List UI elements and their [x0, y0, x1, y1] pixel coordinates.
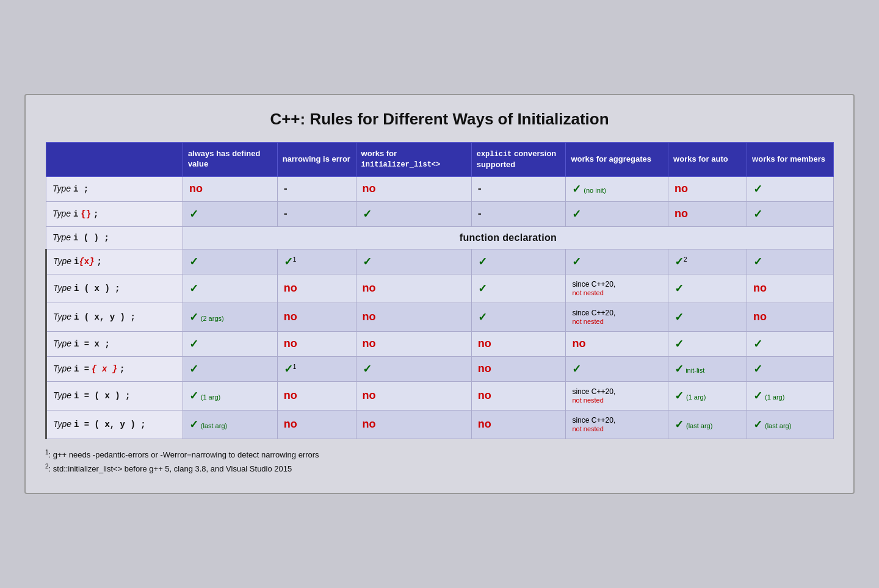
r6-c3: no	[356, 303, 471, 331]
row-type-i-braces: Type i {} ; ✓ - ✓ - ✓ no ✓	[46, 201, 834, 226]
row-copy-i-eq-paren-xy: Type i = ( x, y ) ; ✓ (last arg) no no n…	[46, 410, 834, 439]
r8-c6: ✓ init-list	[668, 356, 747, 381]
r9-c3: no	[356, 381, 471, 410]
syntax-direct-paren-x: Type i ( x ) ;	[46, 274, 183, 303]
row-direct-i-paren-x: Type i ( x ) ; ✓ no no ✓ since C++20,not…	[46, 274, 834, 303]
r4-c6: ✓2	[668, 249, 747, 274]
footnote1-line: 1: g++ needs -pedantic-errors or -Werror…	[45, 448, 834, 462]
header-col4: explicit conversion supported	[471, 143, 566, 176]
r1-c7: ✓	[747, 176, 834, 201]
syntax-copy-eq-paren-xy: Type i = ( x, y ) ;	[46, 410, 183, 439]
syntax-type-i-braces: Type i {} ;	[46, 201, 183, 226]
r5-c3: no	[356, 274, 471, 303]
r2-c5: ✓	[566, 201, 668, 226]
r8-c1: ✓	[183, 356, 277, 381]
r10-c2: no	[277, 410, 356, 439]
header-col0	[46, 143, 183, 176]
r7-c3: no	[356, 331, 471, 356]
r6-c1: ✓ (2 args)	[183, 303, 277, 331]
r6-c2: no	[277, 303, 356, 331]
row-type-i-semicolon: Type i ; no - no - ✓ (no init) no ✓	[46, 176, 834, 201]
r4-c5: ✓	[566, 249, 668, 274]
r7-c5: no	[566, 331, 668, 356]
row-copy-i-eq-x: Type i = x ; ✓ no no no no ✓ ✓	[46, 331, 834, 356]
r5-c6: ✓	[668, 274, 747, 303]
syntax-copy-eq-brace-x: Type i = { x } ;	[46, 356, 183, 381]
r1-c1: no	[183, 176, 277, 201]
header-col1: always has defined value	[183, 143, 277, 176]
func-decl-cell: function declaration	[183, 226, 833, 249]
r4-c4: ✓	[471, 249, 566, 274]
r4-c2: ✓1	[277, 249, 356, 274]
r2-c3: ✓	[356, 201, 471, 226]
row-direct-i-paren-xy: Type i ( x, y ) ; ✓ (2 args) no no ✓ sin…	[46, 303, 834, 331]
r8-c3: ✓	[356, 356, 471, 381]
syntax-direct-paren-xy: Type i ( x, y ) ;	[46, 303, 183, 331]
r4-c7: ✓	[747, 249, 834, 274]
syntax-type-i: Type i ;	[46, 176, 183, 201]
r2-c1: ✓	[183, 201, 277, 226]
footnotes: 1: g++ needs -pedantic-errors or -Werror…	[45, 448, 834, 476]
r9-c7: ✓ (1 arg)	[747, 381, 834, 410]
r2-c7: ✓	[747, 201, 834, 226]
r9-c5: since C++20,not nested	[566, 381, 668, 410]
r8-c5: ✓	[566, 356, 668, 381]
header-col5: works for aggregates	[566, 143, 668, 176]
r6-c7: no	[747, 303, 834, 331]
r10-c5: since C++20,not nested	[566, 410, 668, 439]
r6-c6: ✓	[668, 303, 747, 331]
row-copy-i-eq-brace-x: Type i = { x } ; ✓ ✓1 ✓ no ✓ ✓ init-list…	[46, 356, 834, 381]
header-col6: works for auto	[668, 143, 747, 176]
r6-c4: ✓	[471, 303, 566, 331]
syntax-copy-eq-paren-x: Type i = ( x ) ;	[46, 381, 183, 410]
r8-c2: ✓1	[277, 356, 356, 381]
r10-c1: ✓ (last arg)	[183, 410, 277, 439]
row-type-i-parens: Type i ( ) ; function declaration	[46, 226, 834, 249]
r1-c5: ✓ (no init)	[566, 176, 668, 201]
header-col7: works for members	[747, 143, 834, 176]
r7-c6: ✓	[668, 331, 747, 356]
r9-c1: ✓ (1 arg)	[183, 381, 277, 410]
footnote2-line: 2: std::initializer_list<> before g++ 5,…	[45, 462, 834, 476]
r9-c2: no	[277, 381, 356, 410]
r7-c7: ✓	[747, 331, 834, 356]
r1-c3: no	[356, 176, 471, 201]
r6-c5: since C++20,not nested	[566, 303, 668, 331]
header-col3: works for initializer_list<>	[356, 143, 471, 176]
r10-c3: no	[356, 410, 471, 439]
r4-c3: ✓	[356, 249, 471, 274]
r8-c7: ✓	[747, 356, 834, 381]
r1-c6: no	[668, 176, 747, 201]
r2-c6: no	[668, 201, 747, 226]
r9-c6: ✓ (1 arg)	[668, 381, 747, 410]
r5-c1: ✓	[183, 274, 277, 303]
page-title: C++: Rules for Different Ways of Initial…	[45, 110, 834, 129]
r7-c2: no	[277, 331, 356, 356]
r2-c4: -	[471, 201, 566, 226]
r2-c2: -	[277, 201, 356, 226]
r7-c4: no	[471, 331, 566, 356]
syntax-copy-eq-x: Type i = x ;	[46, 331, 183, 356]
r5-c4: ✓	[471, 274, 566, 303]
syntax-direct-brace-x: Type i{x} ;	[46, 249, 183, 274]
row-copy-i-eq-paren-x: Type i = ( x ) ; ✓ (1 arg) no no no sinc…	[46, 381, 834, 410]
r5-c7: no	[747, 274, 834, 303]
r10-c6: ✓ (last arg)	[668, 410, 747, 439]
r7-c1: ✓	[183, 331, 277, 356]
r1-c2: -	[277, 176, 356, 201]
r9-c4: no	[471, 381, 566, 410]
r5-c2: no	[277, 274, 356, 303]
header-col2: narrowing is error	[277, 143, 356, 176]
r4-c1: ✓	[183, 249, 277, 274]
table-wrapper: always has defined value narrowing is er…	[45, 142, 834, 439]
row-direct-i-brace-x: Type i{x} ; ✓ ✓1 ✓ ✓ ✓ ✓2 ✓	[46, 249, 834, 274]
r10-c4: no	[471, 410, 566, 439]
main-container: C++: Rules for Different Ways of Initial…	[24, 94, 855, 494]
r1-c4: -	[471, 176, 566, 201]
r8-c4: no	[471, 356, 566, 381]
main-table: always has defined value narrowing is er…	[45, 142, 834, 439]
syntax-type-i-parens: Type i ( ) ;	[46, 226, 183, 249]
r10-c7: ✓ (last arg)	[747, 410, 834, 439]
r5-c5: since C++20,not nested	[566, 274, 668, 303]
